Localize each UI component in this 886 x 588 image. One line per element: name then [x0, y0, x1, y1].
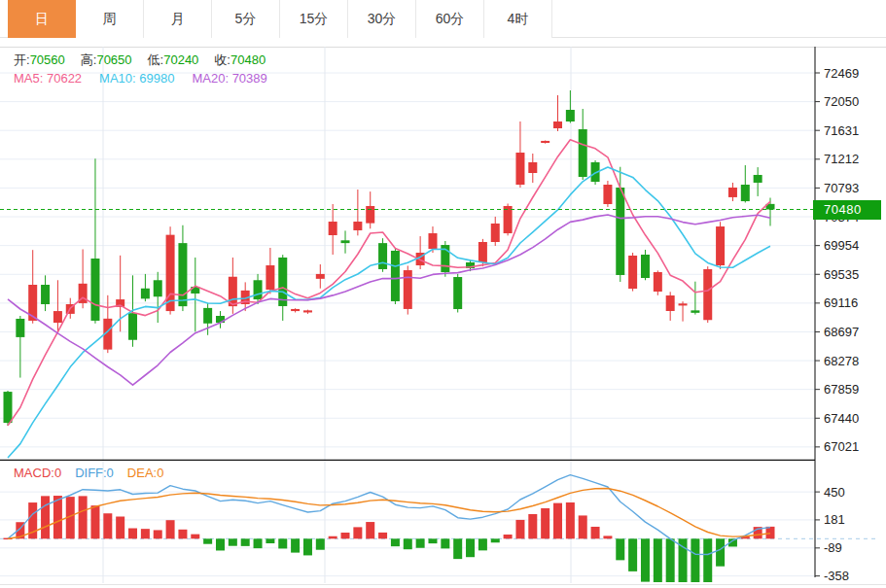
diff-indicator-label: DIFF:0: [75, 466, 114, 480]
tab-30min[interactable]: 30分: [348, 0, 416, 38]
macd-indicator-label: MACD:0: [14, 466, 61, 480]
open-field: 开:70560: [14, 52, 65, 67]
main-y-tick-label: 70793: [824, 181, 859, 195]
tab-5min[interactable]: 5分: [212, 0, 280, 38]
open-value: 70560: [30, 52, 65, 67]
period-tab-bar: 日周月5分15分30分60分4时: [0, 0, 886, 38]
ma5-indicator-label: MA5: 70622: [14, 71, 82, 86]
main-y-tick-label: 69116: [824, 295, 858, 310]
tab-60min[interactable]: 60分: [416, 0, 484, 38]
main-y-tick-label: 69954: [824, 238, 859, 253]
close-field: 收:70480: [214, 52, 266, 67]
last-price-badge: 70480: [813, 200, 881, 220]
macd-y-tick-label: -358: [824, 569, 849, 583]
main-y-tick-label: 67440: [824, 411, 859, 426]
low-field: 低:70240: [148, 52, 199, 67]
macd-info-row: MACD:0DIFF:0DEA:0: [14, 466, 177, 480]
macd-y-tick-label: -89: [824, 540, 842, 555]
close-value: 70480: [230, 52, 266, 67]
main-y-tick-label: 67859: [824, 382, 859, 397]
high-label: 高:: [81, 52, 97, 67]
close-label: 收:: [214, 52, 230, 67]
main-y-tick-label: 72050: [824, 94, 859, 109]
tab-day[interactable]: 日: [8, 0, 76, 38]
macd-y-tick-label: 450: [824, 485, 845, 500]
ohlc-info-row: 开:70560高:70650低:70240收:70480: [14, 52, 281, 69]
ma20-indicator-label: MA20: 70389: [192, 71, 266, 86]
ma10-indicator-label: MA10: 69980: [99, 71, 174, 86]
ma10-line: [8, 167, 770, 458]
low-label: 低:: [148, 52, 164, 67]
dea-indicator-label: DEA:0: [127, 466, 164, 480]
tab-month[interactable]: 月: [144, 0, 212, 38]
main-y-tick-label: 72469: [824, 66, 859, 81]
main-y-tick-label: 71631: [824, 123, 859, 138]
open-label: 开:: [14, 52, 30, 67]
main-chart-canvas[interactable]: 7246972050716317121270793703746995469535…: [0, 46, 886, 461]
main-y-tick-label: 68278: [824, 354, 859, 368]
main-y-tick-label: 71212: [824, 152, 859, 166]
main-y-tick-label: 67021: [824, 439, 859, 454]
candles: [4, 90, 775, 426]
tab-4hour[interactable]: 4时: [484, 0, 552, 38]
high-field: 高:70650: [81, 52, 132, 67]
low-value: 70240: [163, 52, 198, 67]
high-value: 70650: [96, 52, 131, 67]
tab-week[interactable]: 周: [76, 0, 144, 38]
ma-info-row: MA5: 70622MA10: 69980MA20: 70389: [14, 71, 285, 86]
main-y-tick-label: 69535: [824, 267, 859, 282]
macd-y-tick-label: 181: [824, 512, 845, 527]
tab-15min[interactable]: 15分: [280, 0, 348, 38]
main-y-tick-label: 68697: [824, 325, 859, 339]
